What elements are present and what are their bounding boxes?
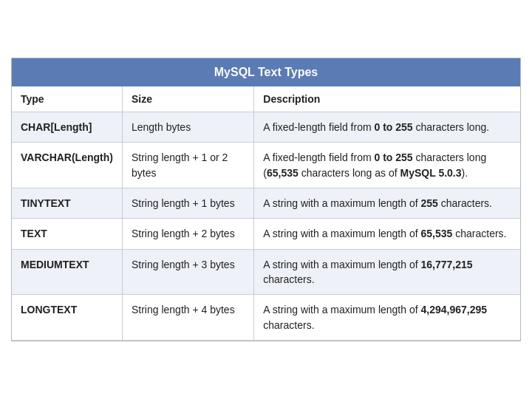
size-cell: String length + 3 bytes	[122, 249, 253, 295]
header-type: Type	[12, 86, 122, 112]
type-cell: TEXT	[12, 219, 122, 249]
type-cell: MEDIUMTEXT	[12, 249, 122, 295]
size-cell: String length + 4 bytes	[122, 295, 253, 341]
size-cell: Length bytes	[122, 112, 253, 143]
header-size: Size	[122, 86, 253, 112]
type-cell: LONGTEXT	[12, 295, 122, 341]
table-row: TINYTEXT String length + 1 bytes A strin…	[12, 188, 520, 219]
desc-cell: A string with a maximum length of 65,535…	[254, 219, 520, 249]
table-header-row: Type Size Description	[12, 86, 520, 112]
desc-cell: A string with a maximum length of 16,777…	[254, 249, 520, 295]
desc-cell: A fixed-length field from 0 to 255 chara…	[254, 143, 520, 188]
table-row: VARCHAR(Length) String length + 1 or 2 b…	[12, 143, 520, 188]
size-cell: String length + 1 or 2 bytes	[122, 143, 253, 188]
desc-cell: A string with a maximum length of 4,294,…	[254, 295, 520, 341]
desc-cell: A string with a maximum length of 255 ch…	[254, 188, 520, 219]
type-cell: TINYTEXT	[12, 188, 122, 219]
table-title: MySQL Text Types	[12, 58, 520, 86]
table-title-row: MySQL Text Types	[12, 58, 520, 86]
table-row: CHAR[Length] Length bytes A fixed-length…	[12, 112, 520, 143]
header-description: Description	[254, 86, 520, 112]
table-row: MEDIUMTEXT String length + 3 bytes A str…	[12, 249, 520, 295]
table-row: LONGTEXT String length + 4 bytes A strin…	[12, 295, 520, 341]
size-cell: String length + 1 bytes	[122, 188, 253, 219]
table-row: TEXT String length + 2 bytes A string wi…	[12, 219, 520, 249]
size-cell: String length + 2 bytes	[122, 219, 253, 249]
type-cell: CHAR[Length]	[12, 112, 122, 143]
mysql-text-types-table: MySQL Text Types Type Size Description C…	[11, 58, 521, 341]
desc-cell: A fixed-length field from 0 to 255 chara…	[254, 112, 520, 143]
type-cell: VARCHAR(Length)	[12, 143, 122, 188]
